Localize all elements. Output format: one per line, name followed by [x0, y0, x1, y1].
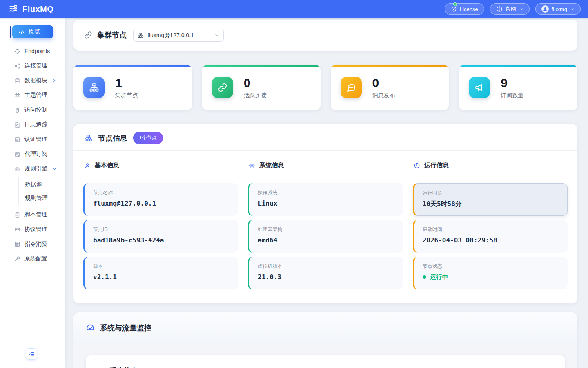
sidebar-item-proxy-subscribe[interactable]: 代理订阅: [14, 148, 65, 160]
sidebar-item-scripts[interactable]: 脚本管理: [14, 209, 65, 221]
sidebar-item-system-config[interactable]: 系统配置: [14, 253, 65, 265]
stats-row: 1 集群节点 0 活跃连接 0 消息发布: [74, 65, 577, 110]
sidebar-item-data-modules[interactable]: 数据模块: [14, 74, 65, 87]
link-icon: [84, 31, 92, 39]
runtime-info-column: 运行信息 运行时长 10天5时58分 启动时间 2026-04-03 08:29…: [413, 162, 568, 294]
cluster-node-select[interactable]: fluxmq@127.0.0.1: [133, 29, 224, 42]
mouse-icon: [14, 107, 20, 113]
info-card-node-name: 节点名称 fluxmq@127.0.0.1: [83, 183, 238, 216]
column-title: 系统信息: [259, 162, 284, 169]
active-indicator: [10, 26, 11, 38]
stat-label: 活跃连接: [244, 92, 267, 99]
stat-card-cluster-nodes: 1 集群节点: [74, 65, 192, 110]
sidebar-item-command-consume[interactable]: 指令消费: [14, 238, 65, 250]
status-dot: [423, 275, 426, 279]
sidebar-item-label: 数据模块: [24, 77, 47, 84]
stat-card-messages-published: 0 消息发布: [331, 65, 449, 110]
sidebar-item-label: 系统配置: [24, 255, 47, 263]
sidebar-item-label: 认证管理: [24, 136, 47, 143]
sidebar-item-label: 协议管理: [24, 226, 47, 233]
outdent-icon: [29, 351, 35, 357]
info-value: v2.1.1: [93, 273, 230, 281]
sidebar-item-label: 连接管理: [24, 62, 47, 70]
sidebar: 概览 Endpoints 连接管理 数据模块: [0, 18, 65, 368]
wrench-icon: [14, 256, 20, 262]
system-status-title: 系统状态: [110, 366, 138, 368]
sidebar-subitem-rule-management[interactable]: 规则管理: [25, 191, 65, 205]
chat-bubble-icon: [341, 77, 362, 98]
sitemap-icon: [138, 32, 144, 38]
info-value: Linux: [258, 200, 394, 207]
system-status-card: 系统状态: [86, 355, 565, 368]
info-value: bad18a9b-c593-424a: [93, 236, 230, 244]
info-card-vm-version: 虚拟机版本 21.0.3: [248, 257, 403, 289]
user-menu[interactable]: fluxmq: [535, 3, 581, 15]
stat-value: 0: [372, 76, 395, 90]
info-card-uptime: 运行时长 10天5时58分: [413, 183, 568, 216]
monitor-title: 系统与流量监控: [100, 323, 151, 333]
info-card-node-id: 节点ID bad18a9b-c593-424a: [83, 220, 238, 253]
info-value: 21.0.3: [258, 273, 394, 281]
fluxmq-logo-icon: [8, 4, 19, 14]
sitemap-icon: [83, 77, 105, 98]
license-label: License: [460, 6, 478, 12]
sidebar-subitem-datasource[interactable]: 数据源: [25, 177, 65, 191]
script-icon: [14, 211, 20, 218]
sidebar-item-topics[interactable]: 主题管理: [14, 89, 65, 101]
sitemap-icon: [84, 134, 92, 142]
gauge-icon: [18, 29, 24, 35]
license-status-dot: [453, 2, 457, 6]
id-badge-icon: [14, 136, 20, 143]
info-value: amd64: [258, 236, 394, 244]
info-card-version: 版本 v2.1.1: [83, 257, 238, 289]
info-value: fluxmq@127.0.0.1: [93, 200, 230, 207]
sidebar-item-endpoints[interactable]: Endpoints: [14, 45, 65, 57]
status-text: 运行中: [430, 273, 448, 281]
chevron-down-icon: [570, 7, 575, 11]
info-card-os: 操作系统 Linux: [248, 183, 403, 216]
chevron-down-icon: [519, 7, 523, 11]
rule-engine-icon: [14, 166, 20, 172]
sidebar-item-overview[interactable]: 概览: [12, 25, 53, 38]
sidebar-item-connections[interactable]: 连接管理: [14, 60, 65, 72]
sidebar-item-access-control[interactable]: 访问控制: [14, 104, 65, 116]
official-site-dropdown[interactable]: 官网: [490, 3, 530, 15]
share-nodes-icon: [14, 63, 20, 69]
cluster-node-select-value: fluxmq@127.0.0.1: [147, 32, 211, 38]
sidebar-collapse-button[interactable]: [26, 348, 37, 360]
sidebar-item-rule-engine[interactable]: 规则引擎: [14, 163, 65, 175]
brand: FluxMQ: [8, 4, 53, 14]
license-button[interactable]: License: [445, 3, 484, 15]
info-label: 节点状态: [423, 263, 559, 270]
sidebar-item-label: 主题管理: [24, 92, 47, 99]
stat-card-active-connections: 0 活跃连接: [202, 65, 321, 110]
link-icon: [212, 77, 233, 98]
node-count-badge: 1个节点: [133, 132, 163, 144]
crosshair-icon: [14, 48, 20, 54]
stat-card-subscriptions: 9 订阅数量: [459, 65, 577, 110]
chevron-right-icon: [52, 79, 56, 83]
column-title: 基本信息: [95, 162, 119, 169]
sidebar-item-protocols[interactable]: 协议管理: [14, 223, 65, 236]
stat-label: 消息发布: [372, 92, 395, 99]
info-value: 10天5时58分: [423, 200, 559, 209]
sidebar-item-auth[interactable]: 认证管理: [14, 133, 65, 146]
info-label: 版本: [93, 263, 230, 270]
shield-check-icon: [451, 6, 457, 12]
hash-icon: [14, 92, 20, 99]
info-label: 启动时间: [423, 226, 559, 233]
protocol-icon: [14, 226, 20, 233]
sidebar-item-label: 脚本管理: [24, 211, 47, 218]
sidebar-item-label: 规则引擎: [24, 165, 47, 173]
sidebar-item-log-trace[interactable]: 日志追踪: [14, 119, 65, 131]
stat-label: 集群节点: [115, 92, 138, 99]
chevron-down-icon: [214, 33, 219, 38]
system-info-column: 系统信息 操作系统 Linux 处理器架构 amd64 虚拟机版本 21.0.3: [248, 162, 403, 294]
info-card-cpu-arch: 处理器架构 amd64: [248, 220, 403, 253]
sidebar-item-label: 访问控制: [24, 106, 47, 114]
sidebar-item-label: 概览: [29, 28, 40, 36]
info-label: 节点ID: [93, 226, 230, 233]
cluster-node-bar: 集群节点 fluxmq@127.0.0.1: [74, 20, 577, 51]
info-card-node-status: 节点状态 运行中: [413, 257, 568, 289]
person-icon: [84, 162, 91, 169]
